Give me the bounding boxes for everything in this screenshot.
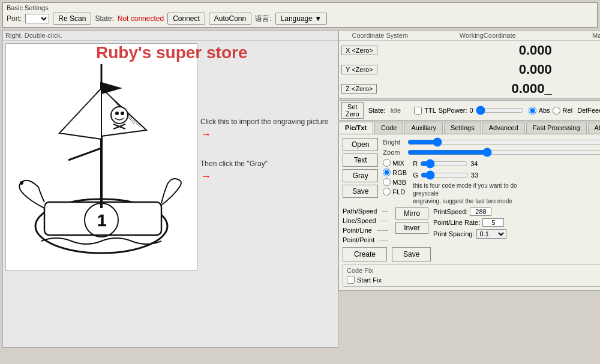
state-bar: Set Zero State: Idle TTL SpPower: 0 Abs … <box>338 100 600 121</box>
print-settings: PrintSpeed: Point/Line Rate: Print Spaci… <box>433 207 506 243</box>
m3b-label: M3B <box>392 179 406 186</box>
x-machine-value: 0.000 <box>554 41 600 61</box>
ttl-label: TTL <box>424 107 436 114</box>
point-line-label: Point/Line <box>343 227 372 234</box>
m3b-radio[interactable] <box>383 178 391 186</box>
svg-point-19 <box>20 181 23 185</box>
svg-point-12 <box>111 107 128 124</box>
tab-about[interactable]: About <box>588 122 600 134</box>
point-line-rate-label: Point/Line Rate: <box>433 219 480 226</box>
def-feed-label: DefFeed: <box>577 107 600 114</box>
ship-svg: 1 <box>8 46 194 268</box>
coord-system-header: Coordinate System <box>339 31 421 41</box>
basic-settings-panel: Basic Settings Port: Re Scan State: Not … <box>2 2 598 28</box>
speed-section: Path/Speed Line/Speed Point/Line Po <box>343 207 600 243</box>
pic-controls: Bright 1 Zoom 0.6 <box>383 138 600 205</box>
zoom-label: Zoom <box>383 149 404 156</box>
coordinate-table: Coordinate System WorkingCoordinate Mach… <box>339 31 600 98</box>
print-speed-label: PrintSpeed: <box>433 208 467 215</box>
working-coord-header: WorkingCoordinate <box>421 31 554 41</box>
abs-radio[interactable] <box>529 107 536 115</box>
print-spacing-select[interactable]: 0.1 0.2 0.5 <box>476 229 506 239</box>
tab-code[interactable]: Code <box>374 122 403 134</box>
canvas-hint: Right. Double-click. <box>3 31 338 41</box>
tab-fast-processing[interactable]: Fast Processing <box>526 122 587 134</box>
text-button[interactable]: Text <box>343 154 378 167</box>
lang-label: 语言: <box>255 14 271 24</box>
create-button[interactable]: Create <box>343 247 387 261</box>
fld-label: FLD <box>392 188 405 195</box>
r-label: R <box>413 160 418 167</box>
z-zero-button[interactable]: Z <Zero> <box>341 84 377 94</box>
g-slider[interactable] <box>421 170 469 180</box>
annotation-gray: Then click the "Gray" → <box>200 159 268 183</box>
svg-text:1: 1 <box>97 211 107 230</box>
tab-advanced[interactable]: Advanced <box>482 122 525 134</box>
coord-row-z: Z <Zero> 0.000_ 0.000 <box>339 79 600 98</box>
sp-power-value: 0 <box>470 107 473 114</box>
port-select[interactable] <box>25 14 49 23</box>
tab-pic-txt[interactable]: Pic/Txt <box>338 122 373 134</box>
line-speed-label: Line/Speed <box>343 217 376 224</box>
z-machine-value: 0.000 <box>554 79 600 98</box>
zoom-slider[interactable] <box>407 148 600 157</box>
x-zero-button[interactable]: X <Zero> <box>341 46 377 55</box>
machine-coord-header: MachineCoordinate <box>554 31 600 41</box>
rescan-button[interactable]: Re Scan <box>53 13 91 25</box>
svg-point-14 <box>121 112 124 115</box>
start-fix-checkbox[interactable] <box>347 276 355 284</box>
start-fix-label: Start Fix <box>357 276 382 284</box>
state-value: Not connected <box>118 14 164 23</box>
print-spacing-label: Print Spacing: <box>433 230 474 237</box>
mix-label: MIX <box>392 160 404 167</box>
svg-point-13 <box>115 112 119 115</box>
rel-radio[interactable] <box>553 107 560 115</box>
r-slider[interactable] <box>420 159 468 169</box>
canvas-image[interactable]: 1 <box>5 43 197 271</box>
open-button[interactable]: Open <box>343 138 378 151</box>
port-label: Port: <box>7 14 22 23</box>
abs-label: Abs <box>539 107 550 114</box>
tooltip-annotation: this is four code mode if you want to do… <box>413 182 521 205</box>
bright-label: Bright <box>383 139 404 146</box>
print-speed-input[interactable] <box>470 207 491 216</box>
coord-row-y: Y <Zero> 0.000 0.000 <box>339 60 600 79</box>
tab-auxiliary[interactable]: Auxiliary <box>404 122 443 134</box>
path-speed-label: Path/Speed <box>343 207 377 215</box>
connect-button[interactable]: Connect <box>167 13 205 25</box>
g-value: 33 <box>471 172 478 179</box>
y-zero-button[interactable]: Y <Zero> <box>341 65 377 74</box>
rel-label: Rel <box>563 107 573 114</box>
fld-radio[interactable] <box>383 188 391 195</box>
code-fix-section: Code Fix Start Fix <box>343 264 600 287</box>
save-pic-button[interactable]: Save <box>343 185 378 198</box>
state-bar-value: Idle <box>390 107 401 114</box>
create-save-row: Create Save <box>343 247 600 261</box>
y-machine-value: 0.000 <box>554 60 600 79</box>
rgb-radio[interactable] <box>383 169 391 176</box>
sp-power-slider[interactable] <box>476 106 524 115</box>
r-value: 34 <box>470 160 478 167</box>
language-button[interactable]: Language ▼ <box>275 13 328 25</box>
rgb-values: R 34 G 33 <box>413 159 521 205</box>
pic-action-buttons: Open Text Gray Save <box>343 138 378 205</box>
mix-radio[interactable] <box>383 159 391 167</box>
set-zero-button[interactable]: Set Zero <box>341 102 364 119</box>
save-main-button[interactable]: Save <box>392 247 431 261</box>
canvas-area: Right. Double-click. <box>2 30 338 348</box>
tab-settings[interactable]: Settings <box>444 122 481 134</box>
autoconn-button[interactable]: AutoConn <box>209 13 251 25</box>
gray-button[interactable]: Gray <box>343 169 378 182</box>
mode-radio-group: MIX RGB M3B <box>383 159 407 205</box>
annotation-import: Click this to import the engraving pictu… <box>200 117 328 141</box>
code-fix-title: Code Fix <box>347 267 600 274</box>
point-line-rate-input[interactable] <box>482 218 504 227</box>
z-working-value: 0.000_ <box>421 79 554 98</box>
bright-slider[interactable] <box>407 138 600 146</box>
x-working-value: 0.000 <box>421 41 554 61</box>
state-bar-label: State: <box>368 107 386 114</box>
inver-button[interactable]: Inver <box>395 222 428 234</box>
ttl-checkbox[interactable] <box>414 107 422 115</box>
mirro-button[interactable]: Mirro <box>395 207 428 219</box>
g-label: G <box>413 172 418 179</box>
